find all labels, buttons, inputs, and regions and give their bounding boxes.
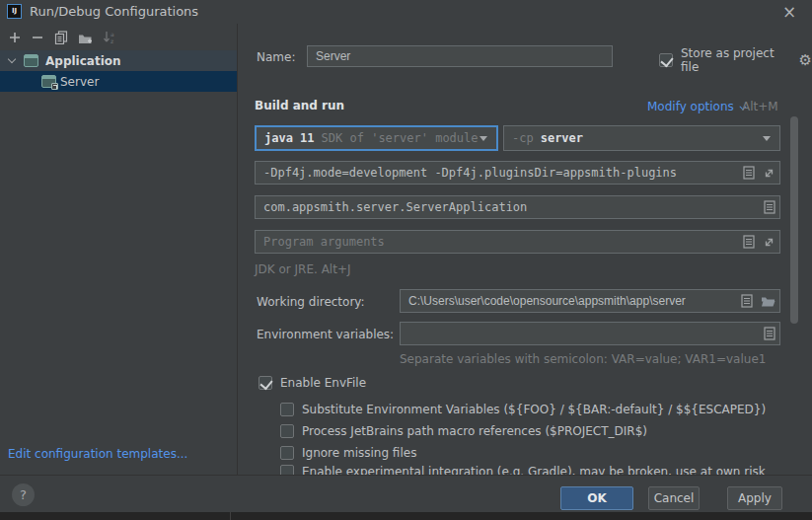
insert-macros-icon[interactable] xyxy=(743,166,755,180)
program-arguments-input[interactable] xyxy=(255,230,780,254)
jre-value: java 11 xyxy=(264,131,315,145)
chevron-down-icon xyxy=(480,136,487,141)
background-divider xyxy=(230,512,231,520)
environment-variables-field-wrap xyxy=(400,322,780,345)
vm-options-input[interactable] xyxy=(255,161,780,185)
ok-button[interactable]: OK xyxy=(560,486,633,510)
close-icon[interactable]: × xyxy=(778,1,800,23)
store-as-project-file-label: Store as project file xyxy=(681,46,791,74)
experimental-integration-checkbox[interactable] xyxy=(280,465,294,475)
build-and-run-header: Build and run xyxy=(255,99,344,112)
main-class-input[interactable] xyxy=(255,195,780,219)
sidebar-toolbar: a z xyxy=(0,26,237,49)
title-bar: IJ Run/Debug Configurations × xyxy=(0,0,812,24)
chevron-down-icon[interactable] xyxy=(8,55,16,63)
application-run-icon xyxy=(41,75,56,88)
experimental-integration-row: Enable experimental integration (e.g. Gr… xyxy=(280,465,766,475)
edit-configuration-templates-link[interactable]: Edit configuration templates... xyxy=(8,447,187,461)
help-button[interactable]: ? xyxy=(12,483,35,506)
expand-field-icon[interactable] xyxy=(763,236,775,249)
experimental-integration-label: Enable experimental integration (e.g. Gr… xyxy=(302,465,766,475)
ignore-missing-files-checkbox[interactable] xyxy=(280,446,294,460)
substitute-env-vars-row: Substitute Environment Variables (${FOO}… xyxy=(280,403,766,416)
svg-text:z: z xyxy=(111,37,113,44)
insert-macros-icon[interactable] xyxy=(764,200,775,214)
intellij-logo-icon: IJ xyxy=(7,4,22,19)
working-directory-label: Working directory: xyxy=(257,295,365,309)
process-path-macros-checkbox[interactable] xyxy=(280,424,294,438)
tree-item-server[interactable]: Server xyxy=(0,71,237,92)
apply-button[interactable]: Apply xyxy=(727,486,782,510)
modify-options-shortcut: Alt+M xyxy=(742,100,778,113)
expand-field-icon[interactable] xyxy=(763,167,775,180)
configuration-form: Name: Store as project file ⚙ Build and … xyxy=(238,24,812,475)
ignore-missing-files-label: Ignore missing files xyxy=(302,446,416,460)
name-label: Name: xyxy=(257,50,295,64)
application-icon xyxy=(24,54,38,67)
remove-configuration-button[interactable] xyxy=(29,29,46,46)
vm-options-field-wrap xyxy=(255,161,780,185)
jre-hint-text: SDK of 'server' module xyxy=(322,131,479,145)
insert-macros-icon[interactable] xyxy=(764,327,775,340)
dialog-title: Run/Debug Configurations xyxy=(30,4,198,19)
name-input[interactable] xyxy=(307,45,613,67)
substitute-env-vars-label: Substitute Environment Variables (${FOO}… xyxy=(302,403,766,416)
store-as-project-file-checkbox[interactable] xyxy=(659,53,673,67)
tree-group-label: Application xyxy=(45,54,121,68)
gear-icon[interactable]: ⚙ xyxy=(799,53,812,68)
environment-variables-input[interactable] xyxy=(400,322,780,345)
modify-options-label: Modify options xyxy=(647,100,734,113)
chevron-down-icon xyxy=(763,136,771,141)
cancel-button[interactable]: Cancel xyxy=(648,486,700,510)
vertical-scrollbar[interactable] xyxy=(790,116,798,324)
modify-options-link[interactable]: Modify options xyxy=(647,100,744,113)
working-directory-field-wrap xyxy=(400,289,780,313)
environment-variables-label: Environment variables: xyxy=(257,328,394,341)
configurations-sidebar: a z Application Server Edit configuratio… xyxy=(0,24,238,475)
substitute-env-vars-checkbox[interactable] xyxy=(280,403,294,416)
cp-prefix: -cp xyxy=(512,131,534,145)
insert-macros-icon[interactable] xyxy=(741,294,753,308)
cp-value: server xyxy=(541,131,583,145)
add-configuration-button[interactable] xyxy=(6,29,24,46)
insert-macros-icon[interactable] xyxy=(743,235,755,249)
new-folder-button[interactable] xyxy=(76,29,94,46)
ignore-missing-files-row: Ignore missing files xyxy=(280,446,416,460)
sort-configurations-button[interactable]: a z xyxy=(101,29,118,46)
classpath-module-combobox[interactable]: -cp server xyxy=(503,125,780,151)
name-field-wrap xyxy=(307,45,613,67)
process-path-macros-label: Process JetBrains path macro references … xyxy=(302,424,647,438)
enable-envfile-row: Enable EnvFile xyxy=(258,376,366,390)
jre-combobox[interactable]: java 11 SDK of 'server' module xyxy=(255,125,498,151)
run-badge-icon xyxy=(51,83,58,90)
working-directory-input[interactable] xyxy=(400,289,780,313)
tree-group-application[interactable]: Application xyxy=(0,50,237,71)
jre-shortcut-hint: JDK or JRE. Alt+J xyxy=(255,262,350,276)
background-behind-dialog xyxy=(0,512,812,520)
browse-folder-icon[interactable] xyxy=(761,295,775,308)
enable-envfile-label: Enable EnvFile xyxy=(280,376,366,390)
store-as-project-file-row: Store as project file ⚙ xyxy=(659,46,812,74)
run-debug-configurations-dialog: IJ Run/Debug Configurations × xyxy=(0,0,812,520)
process-path-macros-row: Process JetBrains path macro references … xyxy=(280,424,647,438)
copy-configuration-button[interactable] xyxy=(52,29,70,46)
enable-envfile-checkbox[interactable] xyxy=(258,376,272,390)
program-arguments-field-wrap xyxy=(255,230,780,254)
tree-item-label: Server xyxy=(60,75,99,89)
environment-variables-hint: Separate variables with semicolon: VAR=v… xyxy=(400,352,766,366)
dialog-footer: ? OK Cancel Apply xyxy=(0,475,812,512)
main-class-field-wrap xyxy=(255,195,780,219)
